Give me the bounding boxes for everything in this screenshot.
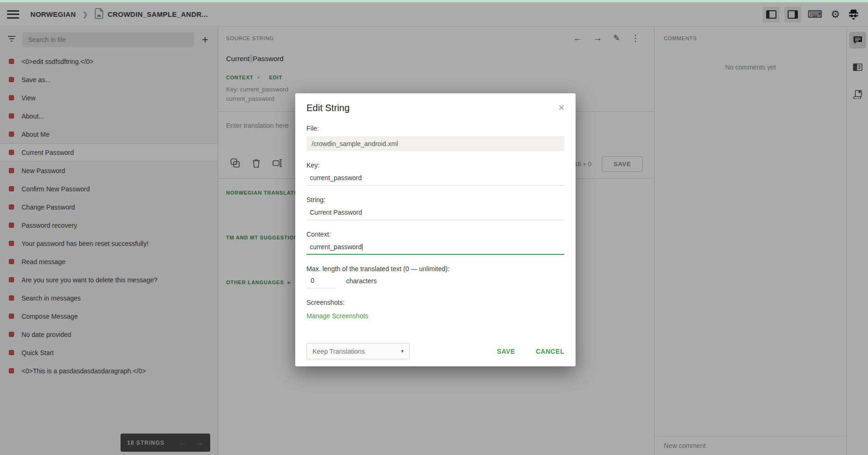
edit-string-modal: Edit String × File: /crowdin_sample_andr… [295,93,576,366]
file-value-field: /crowdin_sample_android.xml [306,136,564,151]
string-input[interactable] [306,205,564,220]
select-value: Keep Translations [313,348,365,355]
key-input[interactable] [306,171,564,186]
translation-progress-bar [0,0,868,2]
keep-translations-select[interactable]: Keep Translations ▾ [306,343,410,359]
modal-title: Edit String [306,103,349,113]
modal-cancel-button[interactable]: CANCEL [536,348,564,355]
text-caret [362,244,363,251]
file-label: File: [306,125,564,132]
key-label: Key: [306,161,564,169]
crowdin-editor-app: NORWEGIAN ❯ CROWDIN_SAMPLE_ANDR... ⌨ ⚙ [0,0,868,455]
manage-screenshots-link[interactable]: Manage Screenshots [306,312,368,320]
close-icon[interactable]: × [558,103,564,113]
modal-save-button[interactable]: SAVE [497,348,515,355]
string-label: String: [306,196,564,203]
screenshots-label: Screenshots: [306,299,564,306]
max-length-input[interactable] [306,273,336,288]
context-label: Context: [306,231,564,238]
max-length-label: Max. length of the translated text (0 — … [306,265,564,273]
max-length-unit: characters [346,277,377,285]
chevron-down-icon: ▾ [401,348,404,354]
context-input[interactable]: current_password [306,240,564,255]
